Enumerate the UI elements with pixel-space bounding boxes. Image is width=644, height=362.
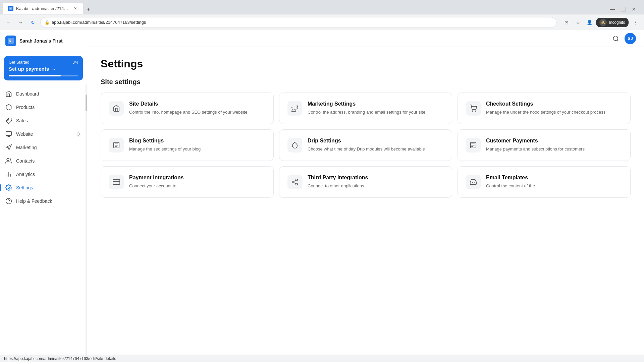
svg-point-16 bbox=[613, 36, 618, 40]
blog-settings-title: Blog Settings bbox=[129, 138, 265, 144]
payment-integrations-icon-wrap bbox=[109, 175, 124, 189]
marketing-settings-icon-wrap bbox=[287, 101, 302, 116]
site-details-desc: Control the info, homepage and SEO setti… bbox=[129, 109, 265, 116]
svg-point-34 bbox=[292, 181, 294, 183]
checkout-settings-content: Checkout Settings Manage the under the h… bbox=[486, 101, 622, 116]
blog-settings-desc: Manage the seo settings of your blog bbox=[129, 146, 265, 153]
minimize-button[interactable]: — bbox=[608, 5, 617, 14]
sidebar-item-sales[interactable]: Sales bbox=[0, 114, 87, 127]
site-details-icon-wrap bbox=[109, 101, 124, 116]
svg-text:K: K bbox=[9, 39, 11, 43]
tab-close-button[interactable]: ✕ bbox=[72, 6, 78, 11]
svg-point-19 bbox=[475, 111, 476, 111]
document-icon bbox=[113, 141, 120, 149]
users-icon bbox=[5, 158, 12, 164]
third-party-integrations-content: Third Party Integrations Connect to othe… bbox=[308, 175, 444, 189]
sidebar-item-products[interactable]: Products bbox=[0, 101, 87, 114]
sidebar-item-dashboard[interactable]: Dashboard bbox=[0, 87, 87, 101]
svg-point-33 bbox=[296, 179, 298, 181]
close-window-button[interactable]: ✕ bbox=[629, 5, 639, 14]
drip-settings-card[interactable]: Drip Settings Choose what time of day Dr… bbox=[279, 129, 452, 161]
monitor-icon bbox=[5, 131, 12, 137]
svg-line-17 bbox=[617, 40, 619, 41]
home-icon bbox=[113, 105, 120, 112]
svg-point-13 bbox=[8, 187, 10, 189]
site-details-card[interactable]: Site Details Control the info, homepage … bbox=[101, 93, 274, 124]
incognito-avatar: 🕵 bbox=[599, 19, 607, 26]
email-templates-desc: Control the content of the bbox=[486, 183, 622, 189]
blog-settings-icon-wrap bbox=[109, 138, 124, 153]
bookmark-icon[interactable]: ☆ bbox=[573, 18, 583, 27]
checkout-settings-card[interactable]: Checkout Settings Manage the under the h… bbox=[458, 93, 631, 124]
maximize-button[interactable]: ⬜ bbox=[619, 5, 628, 14]
third-party-integrations-card[interactable]: Third Party Integrations Connect to othe… bbox=[279, 166, 452, 198]
sidebar-item-settings[interactable]: Settings bbox=[0, 181, 87, 194]
user-avatar[interactable]: SJ bbox=[625, 33, 636, 44]
third-party-integrations-title: Third Party Integrations bbox=[308, 175, 444, 181]
get-started-count: 3/4 bbox=[72, 60, 78, 65]
incognito-label: Incognito bbox=[609, 20, 625, 25]
svg-point-14 bbox=[6, 198, 12, 204]
drip-settings-title: Drip Settings bbox=[308, 138, 444, 144]
customer-payments-card[interactable]: Customer Payments Manage payments and su… bbox=[458, 129, 631, 161]
email-templates-icon-wrap bbox=[466, 175, 481, 189]
status-bar: https://app.kajabi.com/admin/sites/21476… bbox=[0, 355, 644, 362]
svg-line-37 bbox=[294, 180, 296, 182]
bar-chart-icon bbox=[5, 171, 12, 178]
email-templates-content: Email Templates Control the content of t… bbox=[486, 175, 622, 189]
payment-integrations-content: Payment Integrations Connect your accoun… bbox=[129, 175, 265, 189]
drop-icon bbox=[291, 141, 299, 149]
active-tab[interactable]: K Kajabi - /admin/sites/214764716... ✕ bbox=[3, 3, 83, 14]
third-party-integrations-icon-wrap bbox=[287, 175, 302, 189]
payment-integrations-card[interactable]: Payment Integrations Connect your accoun… bbox=[101, 166, 274, 198]
svg-rect-5 bbox=[6, 132, 12, 136]
cast-icon[interactable]: ⊡ bbox=[562, 18, 571, 27]
back-button[interactable]: ← bbox=[4, 18, 13, 27]
incognito-badge: 🕵 Incognito bbox=[596, 18, 629, 27]
forward-button[interactable]: → bbox=[16, 18, 25, 27]
website-badge bbox=[75, 131, 82, 137]
list-icon bbox=[470, 141, 477, 149]
customer-payments-title: Customer Payments bbox=[486, 138, 622, 144]
tag-icon bbox=[5, 117, 12, 124]
profile-icon[interactable]: 👤 bbox=[585, 18, 594, 27]
checkout-settings-title: Checkout Settings bbox=[486, 101, 622, 107]
payment-integrations-desc: Connect your account to bbox=[129, 183, 265, 189]
email-templates-title: Email Templates bbox=[486, 175, 622, 181]
share-icon bbox=[291, 178, 299, 186]
marketing-settings-desc: Control the address, branding and email … bbox=[308, 109, 444, 116]
sidebar-item-label: Website bbox=[16, 131, 33, 137]
address-bar[interactable]: 🔒 app.kajabi.com/admin/sites/2147647163/… bbox=[40, 17, 556, 28]
reload-button[interactable]: ↻ bbox=[28, 18, 38, 27]
inbox-icon bbox=[470, 178, 477, 186]
sidebar-item-contacts[interactable]: Contacts bbox=[0, 154, 87, 168]
sidebar-item-marketing[interactable]: Marketing bbox=[0, 141, 87, 154]
sidebar-item-label: Sales bbox=[16, 118, 28, 123]
email-templates-card[interactable]: Email Templates Control the content of t… bbox=[458, 166, 631, 198]
sidebar-item-label: Dashboard bbox=[16, 91, 39, 97]
home-icon bbox=[5, 90, 12, 97]
marketing-settings-title: Marketing Settings bbox=[308, 101, 444, 107]
tab-title: Kajabi - /admin/sites/214764716... bbox=[16, 6, 70, 11]
svg-text:K: K bbox=[10, 7, 11, 10]
marketing-settings-content: Marketing Settings Control the address, … bbox=[308, 101, 444, 116]
sidebar-item-label: Contacts bbox=[16, 158, 35, 164]
sidebar-header: K Sarah Jonas's First bbox=[0, 30, 87, 52]
get-started-banner[interactable]: Get Started 3/4 Set up payments → bbox=[4, 56, 83, 80]
new-tab-button[interactable]: + bbox=[84, 5, 93, 14]
box-icon bbox=[5, 104, 12, 111]
shopping-cart-icon bbox=[470, 105, 477, 112]
drip-settings-desc: Choose what time of day Drip modules wil… bbox=[308, 146, 444, 153]
menu-button[interactable]: ⋮ bbox=[631, 18, 640, 27]
sidebar-item-website[interactable]: Website bbox=[0, 127, 87, 141]
svg-rect-31 bbox=[113, 180, 120, 185]
marketing-settings-card[interactable]: Marketing Settings Control the address, … bbox=[279, 93, 452, 124]
app-logo[interactable]: K bbox=[5, 36, 16, 46]
customer-payments-icon-wrap bbox=[466, 138, 481, 153]
sidebar-item-label: Analytics bbox=[16, 172, 35, 177]
svg-line-36 bbox=[294, 182, 296, 184]
sidebar-item-analytics[interactable]: Analytics bbox=[0, 168, 87, 181]
sidebar-item-help[interactable]: Help & Feedback bbox=[0, 194, 87, 208]
search-button[interactable] bbox=[611, 34, 621, 43]
blog-settings-card[interactable]: Blog Settings Manage the seo settings of… bbox=[101, 129, 274, 161]
